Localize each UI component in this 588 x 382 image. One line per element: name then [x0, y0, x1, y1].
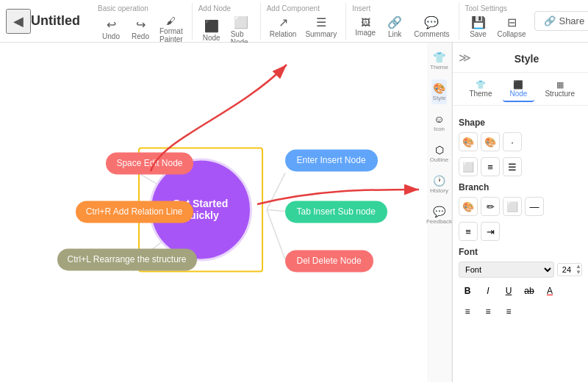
- svg-line-3: [267, 173, 285, 209]
- history-icon: 🕐: [433, 175, 445, 187]
- collapse-button[interactable]: ⊟Collapse: [495, 14, 529, 40]
- sidebar-left-icons: 👕 Theme 🎨 Style ☺ Icon ⬡ Outline 🕐 Histo…: [427, 43, 452, 382]
- left-node-ctrl-l[interactable]: Ctrl+L Rearrange the structure: [57, 248, 197, 270]
- svg-line-4: [267, 209, 285, 211]
- underline-button[interactable]: U: [500, 282, 517, 300]
- font-color-button[interactable]: A: [541, 282, 559, 300]
- relation-button[interactable]: ↗Relation: [267, 14, 300, 40]
- icon-icon-label: Icon: [434, 126, 445, 132]
- sidebar: ≫ Style 👕 Theme ⬛ Node ▦ Structure Shape…: [452, 43, 588, 382]
- insert-label: Insert: [352, 4, 370, 12]
- font-section-title: Font: [459, 247, 582, 257]
- add-node-label: Add Node: [198, 4, 231, 12]
- format-painter-button[interactable]: 🖌Format Painter: [157, 14, 186, 45]
- tool-settings-label: Tool Settings: [465, 4, 507, 12]
- svg-line-5: [267, 209, 285, 259]
- right-node-del[interactable]: Del Delete Node: [285, 250, 373, 272]
- left-node-space[interactable]: Space Edit Node: [106, 152, 193, 174]
- tab-theme[interactable]: 👕 Theme: [462, 77, 499, 102]
- branch-row-icons: ≡ ⇥: [459, 222, 582, 241]
- undo-button[interactable]: ↩Undo: [98, 16, 124, 42]
- font-size-box: 24 ▲ ▼: [557, 263, 582, 276]
- outline-icon: ⬡: [435, 144, 444, 156]
- main: Get StartedQuickly Space Edit Node Ctrl+…: [0, 43, 588, 382]
- save-button[interactable]: 💾Save: [465, 14, 492, 40]
- shape-btn-2[interactable]: 🎨: [481, 132, 500, 151]
- image-button[interactable]: 🖼Image: [352, 15, 379, 38]
- feedback-icon-label: Feedback: [426, 218, 452, 225]
- strikethrough-button[interactable]: ab: [520, 282, 538, 300]
- header: ◀ Untitled Basic operation ↩Undo ↪Redo 🖌…: [0, 0, 588, 43]
- align-right-button[interactable]: ≡: [500, 303, 517, 320]
- sidebar-title: Style: [471, 47, 582, 68]
- collapse-sidebar-button[interactable]: ≫: [459, 51, 471, 65]
- toolbar-basic-operation: Basic operation ↩Undo ↪Redo 🖌Format Pain…: [92, 3, 192, 40]
- style-icon-label: Style: [433, 95, 446, 101]
- comments-button[interactable]: 💬Comments: [411, 14, 452, 40]
- branch-btn-3[interactable]: ⬜: [503, 197, 522, 216]
- node-tab-label: Node: [510, 90, 528, 98]
- history-icon-btn[interactable]: 🕐 History: [429, 172, 450, 197]
- sidebar-top-tabs: 👕 Theme ⬛ Node ▦ Structure: [453, 73, 588, 106]
- structure-tab-label: Structure: [545, 90, 575, 98]
- branch-section-title: Branch: [459, 182, 582, 192]
- mindmap: Get StartedQuickly Space Edit Node Ctrl+…: [24, 99, 392, 334]
- style-icon: 🎨: [433, 82, 445, 94]
- document-title: Untitled: [31, 13, 80, 29]
- feedback-icon-btn[interactable]: 💬 Feedback: [425, 203, 453, 228]
- outline-icon-label: Outline: [430, 156, 448, 163]
- left-node-ctrl-r[interactable]: Ctrl+R Add Relation Line: [76, 201, 193, 223]
- node-button[interactable]: ⬛Node: [198, 18, 225, 43]
- right-node-enter[interactable]: Enter Insert Node: [285, 149, 378, 171]
- header-right: 🔗 Share 📤 Export: [534, 11, 588, 31]
- add-component-label: Add Component: [267, 4, 320, 12]
- redo-button[interactable]: ↪Redo: [127, 16, 154, 42]
- branch-icons: 🎨 ✏ ⬜ —: [459, 197, 582, 216]
- branch-btn-4[interactable]: —: [525, 197, 544, 216]
- toolbar-add-component: Add Component ↗Relation ☰Summary: [260, 3, 346, 40]
- canvas[interactable]: Get StartedQuickly Space Edit Node Ctrl+…: [0, 43, 452, 382]
- format-row: B I U ab A: [459, 282, 582, 300]
- align-left-button[interactable]: ≡: [459, 303, 476, 320]
- history-icon-label: History: [430, 187, 448, 194]
- toolbar: Basic operation ↩Undo ↪Redo 🖌Format Pain…: [92, 3, 534, 40]
- branch-btn-1[interactable]: 🎨: [459, 197, 478, 216]
- summary-button[interactable]: ☰Summary: [302, 14, 340, 40]
- theme-tab-icon: 👕: [476, 80, 486, 90]
- align-row: ≡ ≡ ≡: [459, 303, 582, 320]
- bold-button[interactable]: B: [459, 282, 476, 300]
- back-button[interactable]: ◀: [6, 9, 31, 34]
- theme-icon-label: Theme: [430, 64, 448, 71]
- style-icon-btn[interactable]: 🎨 Style: [431, 79, 448, 104]
- shape-icons: 🎨 🎨 ·: [459, 132, 582, 151]
- node-tab-icon: ⬛: [513, 80, 523, 90]
- font-select[interactable]: Font: [459, 262, 554, 278]
- font-size-arrows[interactable]: ▲ ▼: [576, 264, 581, 275]
- shape-section-title: Shape: [459, 118, 582, 128]
- theme-tab-label: Theme: [469, 90, 492, 98]
- link-button[interactable]: 🔗Link: [381, 14, 408, 40]
- share-button[interactable]: 🔗 Share: [534, 11, 588, 31]
- tab-structure[interactable]: ▦ Structure: [537, 77, 582, 102]
- icon-icon-btn[interactable]: ☺ Icon: [432, 110, 446, 135]
- branch-btn-2[interactable]: ✏: [481, 197, 500, 216]
- shape-lines-btn[interactable]: ≡: [481, 157, 500, 176]
- icon-icon: ☺: [434, 113, 444, 125]
- align-center-button[interactable]: ≡: [479, 303, 497, 320]
- feedback-icon: 💬: [433, 206, 445, 217]
- shape-btn-3[interactable]: ·: [503, 132, 522, 151]
- shape-btn-1[interactable]: 🎨: [459, 132, 478, 151]
- toolbar-tool-settings: Tool Settings 💾Save ⊟Collapse: [459, 3, 535, 40]
- tab-node[interactable]: ⬛ Node: [503, 77, 535, 102]
- theme-icon-btn[interactable]: 👕 Theme: [429, 48, 450, 73]
- share-label: Share: [559, 15, 584, 26]
- shape-rect-btn[interactable]: ⬜: [459, 157, 478, 176]
- outline-icon-btn[interactable]: ⬡ Outline: [429, 141, 450, 166]
- font-row: Font 24 ▲ ▼: [459, 262, 582, 278]
- italic-button[interactable]: I: [479, 282, 497, 300]
- sidebar-content: Shape 🎨 🎨 · ⬜ ≡ ☰ Branch 🎨 ✏ ⬜ — ≡ ⇥: [453, 106, 588, 329]
- right-node-tab[interactable]: Tab Insert Sub node: [285, 201, 387, 223]
- branch-row-btn-1[interactable]: ≡: [459, 222, 478, 241]
- shape-lines2-btn[interactable]: ☰: [503, 157, 522, 176]
- branch-row-btn-2[interactable]: ⇥: [481, 222, 500, 241]
